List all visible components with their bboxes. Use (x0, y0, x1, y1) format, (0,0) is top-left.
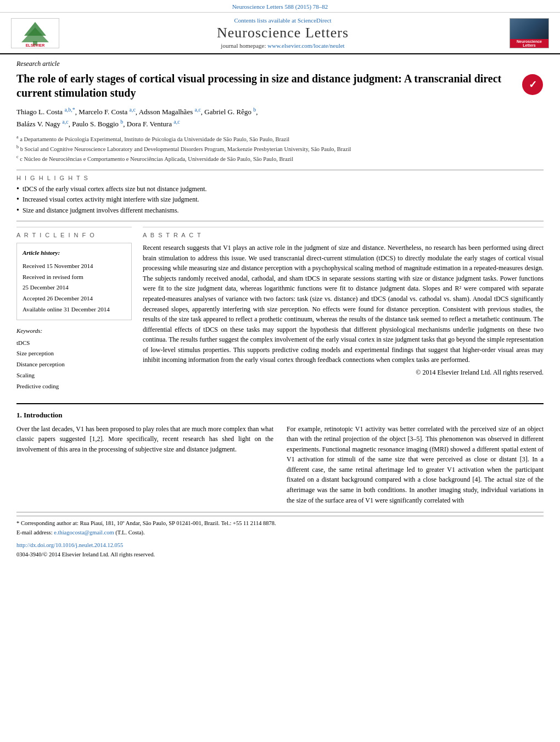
journal-header: ELSEVIER Contents lists available at Sci… (0, 13, 560, 54)
authors: Thiago L. Costa a,b,*, Marcelo F. Costa … (16, 105, 544, 130)
article-info-label: A R T I C L E I N F O (16, 232, 132, 238)
abstract-col: A B S T R A C T Recent research suggests… (143, 227, 544, 392)
revised-date: 25 December 2014 (23, 282, 126, 293)
sciencedirect-link: Contents lists available at ScienceDirec… (60, 17, 505, 24)
keyword-4: Scaling (16, 370, 132, 381)
bullet-icon: • (16, 185, 19, 193)
article-content: Research article The role of early stage… (0, 54, 560, 570)
intro-col-2: For example, retinotopic V1 activity was… (287, 424, 544, 506)
keyword-5: Predictive coding (16, 381, 132, 392)
article-title-row: The role of early stages of cortical vis… (16, 71, 544, 100)
section-1-title: 1. Introduction (16, 411, 544, 420)
elsevier-logo: ELSEVIER (11, 18, 60, 48)
keyword-1: tDCS (16, 338, 132, 349)
abstract-label: A B S T R A C T (143, 232, 544, 238)
journal-center: Contents lists available at ScienceDirec… (60, 17, 505, 49)
copyright-text: © 2014 Elsevier Ireland Ltd. All rights … (143, 367, 544, 378)
intro-two-col: Over the last decades, V1 has been propo… (16, 424, 544, 506)
doi-link[interactable]: http://dx.doi.org/10.1016/j.neulet.2014.… (16, 542, 123, 548)
accepted-date: Accepted 26 December 2014 (23, 293, 126, 304)
available-date: Available online 31 December 2014 (23, 304, 126, 315)
svg-text:✓: ✓ (529, 79, 537, 90)
divider-2 (16, 221, 544, 221)
article-history-box: Article history: Received 15 November 20… (16, 243, 132, 320)
keywords-section: Keywords: tDCS Size perception Distance … (16, 326, 132, 392)
highlight-item-2: • Increased visual cortex activity might… (16, 195, 544, 204)
crossmark-badge: ✓ (522, 74, 544, 98)
abstract-text: Recent research suggests that V1 plays a… (143, 243, 544, 378)
highlight-item-3: • Size and distance judgment involves di… (16, 206, 544, 215)
article-info-col: A R T I C L E I N F O Article history: R… (16, 227, 132, 392)
introduction-section: 1. Introduction Over the last decades, V… (16, 403, 544, 506)
journal-reference: Neuroscience Letters 588 (2015) 78–82 (0, 0, 560, 13)
received-revised-label: Received in revised form (23, 272, 126, 283)
email-note: E-mail address: e.thiagocosta@gmail.com … (16, 528, 544, 538)
affiliations: a a Departamento de Psicologia Experimen… (16, 134, 544, 164)
corresponding-author-note: * Corresponding author at: Rua Piauí, 18… (16, 519, 544, 528)
keywords-title: Keywords: (16, 326, 132, 337)
article-info-abstract-row: A R T I C L E I N F O Article history: R… (16, 227, 544, 392)
bullet-icon: • (16, 196, 19, 203)
keyword-2: Size perception (16, 348, 132, 359)
received-date: Received 15 November 2014 (23, 261, 126, 272)
svg-text:ELSEVIER: ELSEVIER (26, 43, 45, 47)
article-type: Research article (16, 60, 544, 68)
highlights: H I G H L I G H T S • tDCS of the early … (16, 175, 544, 215)
footnote-divider (16, 516, 544, 516)
footnote-section: * Corresponding author at: Rua Piauí, 18… (16, 512, 544, 559)
journal-thumbnail: Neuroscience Letters (505, 18, 549, 48)
doi-line: http://dx.doi.org/10.1016/j.neulet.2014.… (16, 541, 544, 550)
highlight-item-1: • tDCS of the early visual cortex affect… (16, 185, 544, 194)
history-title: Article history: (23, 248, 126, 259)
bullet-icon: • (16, 207, 19, 214)
highlights-label: H I G H L I G H T S (16, 175, 544, 181)
email-link[interactable]: e.thiagocosta@gmail.com (54, 529, 114, 535)
journal-name: Neuroscience Letters (60, 25, 505, 41)
divider-1 (16, 170, 544, 170)
intro-col-1: Over the last decades, V1 has been propo… (16, 424, 273, 506)
issn-line: 0304-3940/© 2014 Elsevier Ireland Ltd. A… (16, 550, 544, 560)
journal-homepage-link[interactable]: www.elsevier.com/locate/neulet (267, 42, 344, 49)
article-title: The role of early stages of cortical vis… (16, 71, 516, 100)
keyword-3: Distance perception (16, 359, 132, 370)
journal-homepage: journal homepage: www.elsevier.com/locat… (60, 42, 505, 49)
